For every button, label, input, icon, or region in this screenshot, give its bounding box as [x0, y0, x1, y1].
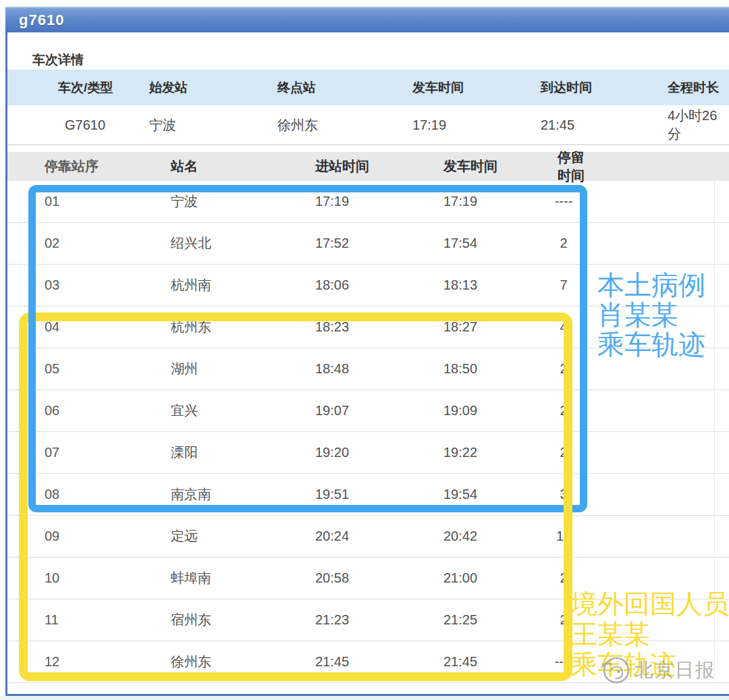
header-arrive-time: 到达时间 [531, 79, 662, 97]
header-terminus: 终点站 [267, 79, 399, 97]
header-train-type: 车次/类型 [7, 79, 136, 97]
train-detail-page: g7610 车次详情 车次/类型 始发站 终点站 发车时间 到达时间 全程时长 … [0, 0, 729, 700]
page-title: g7610 [5, 11, 64, 29]
arrive-time-cell: 21:45 [531, 117, 662, 133]
annotation-line: 肖某某 [597, 300, 705, 329]
annotation-line: 乘车轨迹 [597, 329, 705, 359]
train-number-cell: G7610 [7, 117, 136, 133]
watermark-text: 北京日报 [634, 657, 716, 683]
annotation-line: 本土病例 [597, 270, 705, 300]
train-table-header: 车次/类型 始发站 终点站 发车时间 到达时间 全程时长 [7, 70, 729, 105]
beijing-daily-logo-icon [598, 653, 632, 687]
duration-cell: 4小时26分 [662, 107, 729, 143]
title-bar: g7610 [5, 7, 729, 32]
yellow-over-blue-crossing [564, 504, 572, 514]
annotation-line: 境外回国人员 [571, 589, 729, 619]
annotation-line: 王某某 [571, 619, 729, 649]
section-title: 车次详情 [32, 51, 84, 69]
header-depart-time: 发车时间 [399, 79, 531, 97]
stops-table-header: 停靠站序 站名 进站时间 发车时间 停留时间 [7, 152, 729, 181]
header-station-name: 站名 [132, 157, 277, 176]
header-departure-time: 发车时间 [405, 157, 533, 176]
local-case-annotation: 本土病例 肖某某 乘车轨迹 [597, 270, 705, 359]
header-origin: 始发站 [136, 79, 267, 97]
train-table-row: G7610 宁波 徐州东 17:19 21:45 4小时26分 [7, 105, 729, 145]
terminus-cell: 徐州东 [267, 116, 399, 134]
header-stop-order: 停靠站序 [7, 157, 132, 176]
blue-highlight-box [28, 185, 587, 512]
watermark: 北京日报 [598, 653, 716, 687]
page-background-strip [0, 696, 729, 700]
origin-cell: 宁波 [136, 116, 267, 134]
header-duration: 全程时长 [662, 79, 729, 97]
header-stop-duration: 停留时间 [533, 149, 594, 185]
header-arrival-time: 进站时间 [277, 157, 405, 176]
depart-time-cell: 17:19 [399, 117, 531, 133]
